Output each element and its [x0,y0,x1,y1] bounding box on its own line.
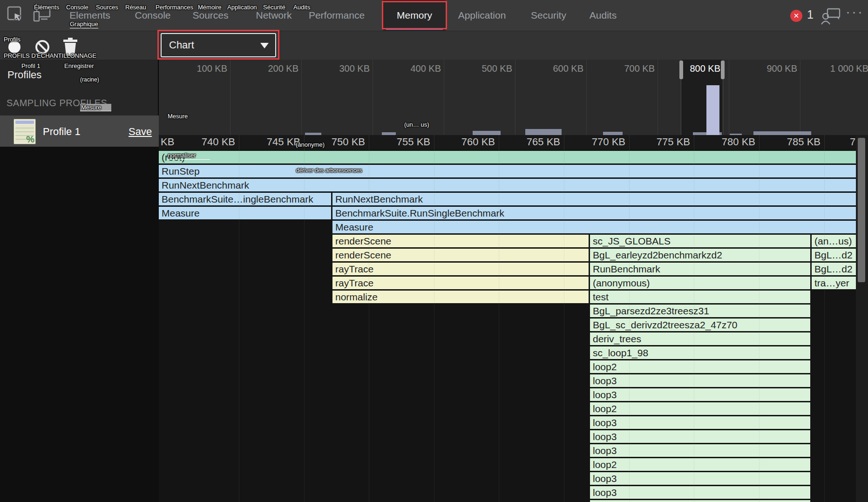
flame-cell[interactable]: sc_JS_GLOBALS [590,235,810,247]
selection-left-handle[interactable] [679,61,683,79]
flame-cell[interactable]: renderScene [332,249,589,261]
overview-tick-label: 500 KB [456,63,512,74]
flame-cell[interactable]: BgL_sc_derivzd2treesza2_47z70 [590,319,810,331]
flame-cell[interactable]: loop2 [590,402,810,415]
chart-dropdown-annotation-box [157,30,279,60]
error-count[interactable]: 1 [807,8,814,21]
overview-histogram-bar [730,134,742,135]
flame-cell[interactable]: tra…yer [812,277,856,289]
flame-cell[interactable]: sc_loop1_98 [590,346,810,359]
flame-cell[interactable]: loop3 [590,430,810,443]
heap-flame-chart[interactable]: (root)RunStepRunNextBenchmarkBenchmarkSu… [159,150,868,502]
overview-histogram-bar [382,132,396,135]
more-options-menu-icon[interactable]: ··· [846,4,864,20]
tab-audits[interactable]: Audits [590,0,617,31]
racine-overlay-label: (racine) [80,76,99,83]
tab-overlay-label: Audits [293,4,310,11]
graphique-overlay-label: Graphique [70,20,98,28]
flame-cell[interactable]: Measure [332,221,856,233]
sidebar-empty-area [0,147,159,502]
flame-cell[interactable]: BgL_parsezd2ze3treesz31 [590,305,810,317]
error-count-badge-icon[interactable]: ✕ [790,10,802,22]
tab-overlay-label: Application [227,4,257,11]
overview-tick-label: 400 KB [385,63,441,74]
ruler-separator [824,135,825,150]
scrollbar-thumb[interactable] [858,138,865,282]
overview-histogram-bar [603,132,623,135]
flame-cell[interactable]: normalize [332,291,589,303]
flame-cell[interactable]: deriv_trees [590,332,810,345]
overview-histogram-bar [753,131,811,135]
overview-tick-label: 700 KB [599,63,655,74]
profil1-overlay-label: Profil 1 [21,62,40,69]
flame-cell[interactable]: RunStep [159,165,856,177]
flame-cell[interactable]: renderScene [332,235,589,247]
flame-cell[interactable]: rayTrace [332,263,589,275]
memory-overview-strip[interactable]: 100 KB200 KB300 KB400 KB500 KB600 KB700 … [159,60,868,135]
overview-gridline [515,60,515,135]
flame-cell[interactable]: loop2 [590,360,810,373]
profils-overlay-label: Profils [4,36,20,43]
flame-cell[interactable]: BgL_earleyzd2benchmarkzd2 [590,249,810,261]
profiles-header: Profiles [7,69,41,81]
ruler-tick-label: 770 KB [564,136,625,148]
ruler-tick-label: 740 KB [174,136,235,148]
overview-tick-label: 600 KB [528,63,583,74]
tab-performance[interactable]: Performance [309,0,365,31]
overview-gridline [230,60,231,135]
flame-cell[interactable]: Measure [159,207,331,219]
flame-cell[interactable]: RunNextBenchmark [159,179,856,191]
inspect-element-icon[interactable] [7,6,24,23]
enregistrer-overlay-label: Enregistrer [64,62,94,69]
tab-security[interactable]: Security [531,0,566,31]
overview-tick-label: 300 KB [314,63,370,74]
overview-gridline [301,60,302,135]
heap-chart-area: 100 KB200 KB300 KB400 KB500 KB600 KB700 … [159,60,868,502]
flame-cell[interactable]: test [590,291,810,303]
flame-cell[interactable]: (root) [159,151,856,163]
tab-application[interactable]: Application [458,0,506,31]
ruler-tick-label: 765 KB [499,136,560,148]
feedback-person-icon[interactable] [821,7,841,25]
profile-list-item[interactable]: % Profile 1 Save [0,115,159,147]
ruler-tick-label: 785 KB [759,136,821,148]
selection-right-handle[interactable] [721,61,725,79]
flame-cell[interactable]: BgL…d2 [812,263,856,275]
flame-cell[interactable]: loop3 [590,388,810,401]
flame-cell[interactable]: (anonymous) [590,277,810,289]
overview-tick-label: 800 KB [665,63,720,74]
flame-cell[interactable]: loop3 [590,472,810,485]
memory-tab-annotation-box [382,1,447,29]
flame-cell[interactable]: BenchmarkSuite…ingleBenchmark [159,193,331,205]
flame-cell[interactable]: (an…us) [812,235,856,247]
overview-histogram-bar [305,133,321,135]
save-profile-link[interactable]: Save [129,126,152,138]
heap-profile-icon: % [14,119,36,144]
normaliser-overlay-label: normaliser [168,152,210,160]
overview-tick-label: 1 000 KB [813,63,868,74]
flame-cell[interactable]: loop3 [590,500,810,502]
overview-tick-label: 900 KB [741,63,797,74]
flame-cell[interactable]: BgL…d2 [812,249,856,261]
anonyme-overlay-label: (anonyme) [296,141,325,148]
ruler-tick-label: 755 KB [369,136,430,148]
profile-name: Profile 1 [43,126,81,138]
flame-cell[interactable]: BenchmarkSuite.RunSingleBenchmark [332,207,856,219]
vertical-scrollbar[interactable] [856,135,868,502]
un-us-overlay-label: (un… us) [404,121,429,128]
profiles-sidebar: Profil 1 Enregistrer Profiles (racine) S… [0,60,159,502]
flame-cell[interactable]: RunBenchmark [590,263,810,275]
overview-histogram-bar [525,129,562,135]
flame-cell[interactable]: loop3 [590,444,810,457]
flame-cell[interactable]: RunNextBenchmark [332,193,856,205]
ruler-tick-label: 760 KB [434,136,495,148]
flame-cell[interactable]: loop3 [590,416,810,429]
tab-overlay-label: Mémoire [198,4,222,11]
overview-gridline [658,60,658,135]
flame-cell[interactable]: loop3 [590,486,810,499]
flame-cell[interactable]: rayTrace [332,277,589,289]
flame-cell[interactable]: loop3 [590,374,810,387]
flame-cell[interactable]: loop2 [590,458,810,471]
mesure-sidebar-overlay-label: Mesure [80,104,111,111]
tab-overlay-label: Sources [96,4,118,11]
